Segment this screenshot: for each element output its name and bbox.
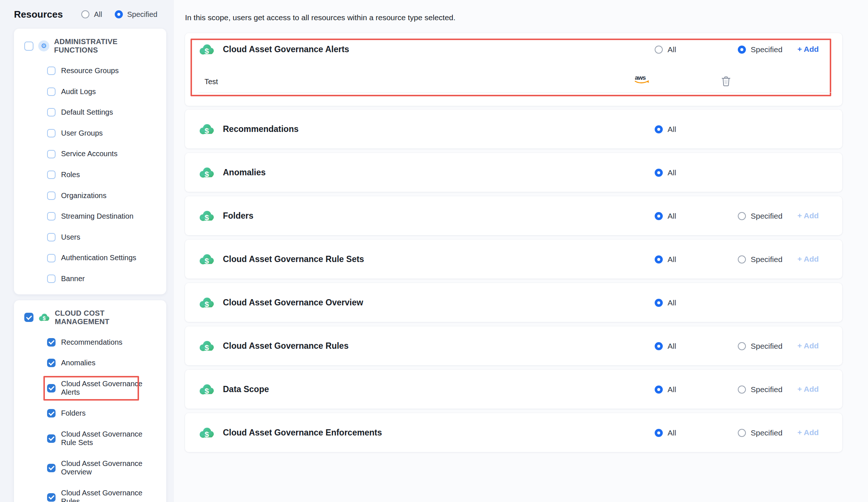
- card-title: Cloud Asset Governance Overview: [223, 298, 363, 308]
- sidebar-item-organizations: Organizations: [47, 191, 157, 200]
- radio-icon[interactable]: [655, 212, 663, 220]
- radio-icon[interactable]: [115, 10, 123, 18]
- item-checkbox[interactable]: [47, 359, 56, 367]
- card-title: Cloud Asset Governance Rule Sets: [223, 254, 364, 264]
- svg-text:$: $: [204, 126, 209, 135]
- add-resource-link[interactable]: + Add: [797, 45, 819, 54]
- add-resource-link[interactable]: + Add: [797, 255, 819, 263]
- resource-card-cloud-asset-governance-rule-sets: $ Cloud Asset Governance Rule Sets All S…: [185, 240, 842, 279]
- card-radio-specified[interactable]: Specified: [738, 212, 782, 220]
- resource-card-folders: $ Folders All Specified + Add: [185, 196, 842, 235]
- radio-icon[interactable]: [655, 169, 663, 177]
- item-checkbox[interactable]: [47, 233, 56, 241]
- radio-icon[interactable]: [655, 125, 663, 133]
- item-checkbox[interactable]: [47, 150, 56, 158]
- sidebar-item-cloud-asset-governance-overview: Cloud Asset Governance Overview: [47, 459, 157, 477]
- cloud-dollar-icon: $: [199, 297, 215, 309]
- card-title: Cloud Asset Governance Rules: [223, 341, 349, 351]
- add-resource-link[interactable]: + Add: [797, 211, 819, 220]
- sidebar-item-roles: Roles: [47, 171, 157, 179]
- resource-card-cloud-asset-governance-alerts: $ Cloud Asset Governance Alerts All Spec…: [185, 33, 842, 106]
- card-radio-specified[interactable]: Specified: [738, 429, 782, 437]
- resource-card-data-scope: $ Data Scope All Specified + Add: [185, 370, 842, 409]
- section-items: Resource Groups Audit Logs Default Setti…: [23, 67, 157, 283]
- sidebar-item-cloud-asset-governance-rule-sets: Cloud Asset Governance Rule Sets: [47, 430, 157, 447]
- section-checkbox[interactable]: [24, 42, 33, 51]
- trash-icon[interactable]: [721, 76, 731, 87]
- card-title: Cloud Asset Governance Enforcements: [223, 428, 382, 438]
- scope-main-panel: In this scope, users get access to all r…: [174, 0, 868, 502]
- card-radio-all[interactable]: All: [655, 385, 676, 394]
- aws-icon: aws: [633, 73, 651, 86]
- svg-text:$: $: [204, 256, 209, 265]
- item-checkbox[interactable]: [47, 171, 56, 179]
- item-checkbox[interactable]: [47, 493, 56, 502]
- item-checkbox[interactable]: [47, 212, 56, 220]
- sidebar-item-cloud-asset-governance-alerts: Cloud Asset Governance Alerts: [47, 380, 157, 397]
- scope-all-radio[interactable]: All: [81, 10, 102, 19]
- card-title: Data Scope: [223, 384, 269, 394]
- sidebar-item-service-accounts: Service Accounts: [47, 150, 157, 158]
- card-radio-all[interactable]: All: [655, 125, 676, 134]
- item-checkbox[interactable]: [47, 464, 56, 472]
- card-radio-all[interactable]: All: [655, 298, 676, 307]
- sidebar-item-resource-groups: Resource Groups: [47, 67, 157, 75]
- radio-icon[interactable]: [655, 342, 663, 350]
- radio-icon[interactable]: [738, 429, 746, 437]
- item-checkbox[interactable]: [47, 338, 56, 347]
- card-radio-all[interactable]: All: [655, 45, 676, 54]
- sidebar-item-users: Users: [47, 233, 157, 242]
- radio-icon[interactable]: [655, 386, 663, 394]
- radio-icon[interactable]: [738, 342, 746, 350]
- radio-icon[interactable]: [655, 255, 663, 263]
- resources-scope-radio-group: All Specified: [81, 10, 166, 19]
- sidebar-header: Resources All Specified: [14, 0, 166, 29]
- card-radio-specified[interactable]: Specified: [738, 385, 782, 394]
- card-radio-all[interactable]: All: [655, 212, 676, 220]
- add-resource-link[interactable]: + Add: [797, 385, 819, 394]
- item-checkbox[interactable]: [47, 108, 56, 116]
- resource-card-recommendations: $ Recommendations All: [185, 110, 842, 148]
- section-checkbox[interactable]: [24, 313, 33, 322]
- cloud-dollar-icon: $: [199, 253, 215, 265]
- card-title: Folders: [223, 211, 253, 221]
- radio-icon[interactable]: [655, 46, 663, 54]
- section-items: Recommendations Anomalies Cloud Asset Go…: [23, 338, 157, 502]
- add-resource-link[interactable]: + Add: [797, 341, 819, 350]
- radio-icon[interactable]: [655, 429, 663, 437]
- radio-icon[interactable]: [655, 299, 663, 307]
- card-radio-all[interactable]: All: [655, 255, 676, 264]
- radio-icon[interactable]: [81, 10, 89, 18]
- sidebar-item-default-settings: Default Settings: [47, 108, 157, 117]
- item-checkbox[interactable]: [47, 434, 56, 443]
- add-resource-link[interactable]: + Add: [797, 428, 819, 437]
- radio-icon[interactable]: [738, 212, 746, 220]
- item-checkbox[interactable]: [47, 191, 56, 200]
- svg-text:$: $: [204, 300, 209, 308]
- card-radio-specified[interactable]: Specified: [738, 255, 782, 264]
- scope-specified-radio[interactable]: Specified: [115, 10, 157, 19]
- card-radio-all[interactable]: All: [655, 168, 676, 177]
- card-radio-specified[interactable]: Specified: [738, 45, 782, 54]
- radio-icon[interactable]: [738, 386, 746, 394]
- card-radio-all[interactable]: All: [655, 342, 676, 351]
- sidebar-item-folders: Folders: [47, 409, 157, 418]
- sidebar-section-cloud-cost-management: $ CLOUD COST MANAGEMENT Recommendations …: [14, 300, 166, 502]
- sidebar-item-recommendations: Recommendations: [47, 338, 157, 347]
- radio-icon[interactable]: [738, 46, 746, 54]
- item-checkbox[interactable]: [47, 275, 56, 283]
- item-checkbox[interactable]: [47, 384, 56, 392]
- item-checkbox[interactable]: [47, 87, 56, 96]
- card-radio-all[interactable]: All: [655, 429, 676, 437]
- radio-icon[interactable]: [738, 255, 746, 263]
- svg-text:$: $: [43, 315, 46, 321]
- item-checkbox[interactable]: [47, 254, 56, 262]
- item-checkbox[interactable]: [47, 409, 56, 417]
- specified-resource-row: Test aws: [199, 71, 831, 93]
- item-checkbox[interactable]: [47, 129, 56, 137]
- card-title: Cloud Asset Governance Alerts: [223, 44, 349, 54]
- item-checkbox[interactable]: [47, 67, 56, 75]
- cloud-dollar-icon: $: [199, 427, 215, 439]
- card-radio-specified[interactable]: Specified: [738, 342, 782, 351]
- cloud-dollar-icon: $: [199, 210, 215, 222]
